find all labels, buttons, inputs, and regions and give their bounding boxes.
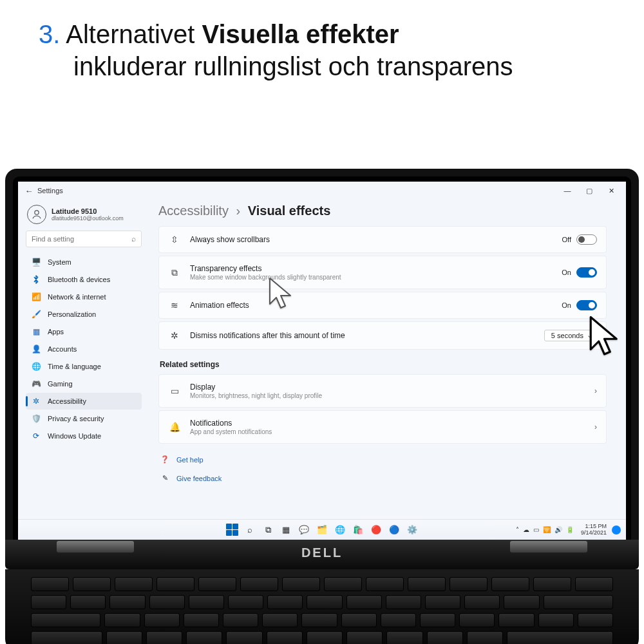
help-icon: ❓ (160, 455, 170, 464)
sidebar-icon: ▦ (31, 327, 41, 337)
setting-icon: ⧉ (168, 267, 181, 278)
setting-title: Dismiss notifications after this amount … (190, 331, 535, 340)
taskbar-search-icon[interactable]: ⌕ (243, 523, 257, 537)
sidebar-item-windows-update[interactable]: ⟳Windows Update (26, 428, 142, 444)
sidebar-item-system[interactable]: 🖥️System (26, 254, 142, 270)
search-input[interactable] (32, 235, 131, 243)
sidebar-icon: 👤 (31, 344, 41, 354)
notification-badge-icon[interactable] (612, 526, 621, 535)
dropdown[interactable]: 5 seconds (544, 330, 597, 341)
user-card[interactable]: Latitude 9510 dlatitude9510@outlook.com (26, 202, 142, 231)
setting-transparency-effects[interactable]: ⧉Transparency effectsMake some window ba… (158, 256, 607, 289)
window-minimize[interactable]: — (556, 182, 578, 200)
taskbar-clock[interactable]: 1:15 PM 9/14/2021 (581, 524, 607, 536)
toggle-state-label: On (562, 269, 571, 276)
sidebar-item-time-language[interactable]: 🌐Time & language (26, 358, 142, 375)
sidebar-item-label: Accessibility (48, 397, 86, 405)
taskbar-settings-icon[interactable]: ⚙️ (405, 523, 419, 537)
sidebar: Latitude 9510 dlatitude9510@outlook.com … (18, 200, 147, 519)
sidebar-item-network-internet[interactable]: 📶Network & internet (26, 289, 142, 305)
user-email: dlatitude9510@outlook.com (52, 215, 124, 222)
tray-icon[interactable]: 🔋 (566, 526, 574, 533)
taskbar-start-icon[interactable] (225, 523, 239, 537)
sidebar-item-bluetooth-devices[interactable]: Bluetooth & devices (26, 271, 142, 288)
related-title: Display (190, 383, 585, 392)
sidebar-item-accounts[interactable]: 👤Accounts (26, 341, 142, 357)
sidebar-item-label: Accounts (48, 345, 77, 353)
related-notifications[interactable]: 🔔NotificationsApp and system notificatio… (158, 410, 607, 444)
related-display[interactable]: ▭DisplayMonitors, brightness, night ligh… (158, 374, 607, 408)
search-box[interactable]: ⌕ (26, 231, 142, 247)
setting-icon: ✲ (168, 330, 181, 341)
taskbar-chat-icon[interactable]: 💬 (297, 523, 311, 537)
tray-icon[interactable]: ☁ (523, 526, 529, 533)
chevron-right-icon: › (594, 422, 597, 431)
help-icon: ✎ (160, 474, 170, 482)
help-link[interactable]: ❓Get help (158, 453, 607, 466)
sidebar-item-label: System (48, 258, 71, 266)
step-number: 3. (39, 20, 60, 48)
tray-icon[interactable]: ▭ (533, 526, 539, 533)
help-label[interactable]: Give feedback (176, 475, 222, 482)
setting-dismiss-notifications-after-this-amount-of-time[interactable]: ✲Dismiss notifications after this amount… (158, 321, 607, 350)
tray-icon[interactable]: 🛜 (543, 526, 551, 533)
help-label[interactable]: Get help (176, 456, 204, 464)
window-close[interactable]: ✕ (600, 182, 622, 200)
taskbar-b-icon[interactable]: 🔵 (387, 523, 401, 537)
taskbar-store-icon[interactable]: 🛍️ (351, 523, 365, 537)
toggle-switch[interactable] (576, 267, 597, 278)
sidebar-item-accessibility[interactable]: ✲Accessibility (26, 393, 142, 410)
sidebar-item-privacy-security[interactable]: 🛡️Privacy & security (26, 410, 142, 427)
sidebar-item-apps[interactable]: ▦Apps (26, 323, 142, 340)
crumb-current: Visual effects (248, 204, 331, 218)
related-title: Notifications (190, 419, 585, 428)
sidebar-icon: 🎮 (31, 379, 41, 389)
screen: ← Settings — ▢ ✕ (18, 182, 626, 540)
nav-list: 🖥️SystemBluetooth & devices📶Network & in… (26, 254, 142, 444)
system-tray[interactable]: ˄☁▭🛜🔊🔋 1:15 PM 9/14/2021 (514, 524, 621, 536)
instruction-caption: 3. Alternativet Visuella effekter inklud… (39, 18, 605, 82)
crumb-parent[interactable]: Accessibility (158, 204, 229, 218)
taskbar-widgets-icon[interactable]: ▦ (279, 523, 293, 537)
back-button[interactable]: ← (22, 186, 36, 196)
related-heading: Related settings (160, 360, 607, 369)
sidebar-icon: ✲ (31, 396, 41, 406)
setting-icon: ⇳ (168, 234, 181, 245)
sidebar-icon: 🌐 (31, 361, 41, 372)
sidebar-item-label: Windows Update (48, 432, 101, 440)
sidebar-icon (31, 274, 41, 285)
taskbar-edge-icon[interactable]: 🌐 (333, 523, 347, 537)
sidebar-item-personalization[interactable]: 🖌️Personalization (26, 306, 142, 323)
laptop-chin: DELL (5, 540, 639, 569)
setting-title: Always show scrollbars (190, 235, 553, 244)
sidebar-icon: 📶 (31, 292, 41, 302)
toggle-state-label: On (562, 301, 571, 309)
taskbar-taskview-icon[interactable]: ⧉ (261, 523, 275, 537)
sidebar-item-gaming[interactable]: 🎮Gaming (26, 375, 142, 392)
tray-icon[interactable]: ˄ (516, 526, 519, 533)
avatar-icon (27, 205, 46, 224)
toggle-switch[interactable] (576, 300, 597, 310)
related-subtitle: Monitors, brightness, night light, displ… (190, 392, 585, 399)
setting-always-show-scrollbars[interactable]: ⇳Always show scrollbarsOff (158, 226, 607, 253)
sidebar-icon: 🛡️ (31, 413, 41, 424)
taskbar: ⌕⧉▦💬🗂️🌐🛍️🔴🔵⚙️ ˄☁▭🛜🔊🔋 1:15 PM 9/14/2021 (18, 519, 626, 540)
search-icon: ⌕ (131, 234, 136, 243)
setting-animation-effects[interactable]: ≋Animation effectsOn (158, 292, 607, 319)
toggle-state-label: Off (562, 236, 571, 243)
laptop-keyboard (5, 569, 639, 644)
window-maximize[interactable]: ▢ (578, 182, 600, 200)
tray-icon[interactable]: 🔊 (554, 526, 562, 533)
sidebar-icon: ⟳ (31, 431, 41, 441)
user-name: Latitude 9510 (52, 207, 124, 215)
help-link[interactable]: ✎Give feedback (158, 471, 607, 485)
sidebar-item-label: Privacy & security (48, 415, 104, 422)
svg-point-0 (35, 211, 39, 214)
sidebar-item-label: Network & internet (48, 293, 106, 301)
taskbar-explorer-icon[interactable]: 🗂️ (315, 523, 329, 537)
toggle-switch[interactable] (576, 234, 597, 245)
window-titlebar: ← Settings — ▢ ✕ (18, 182, 626, 200)
related-subtitle: App and system notifications (190, 428, 585, 435)
chevron-right-icon: › (594, 386, 597, 395)
taskbar-a-icon[interactable]: 🔴 (369, 523, 383, 537)
